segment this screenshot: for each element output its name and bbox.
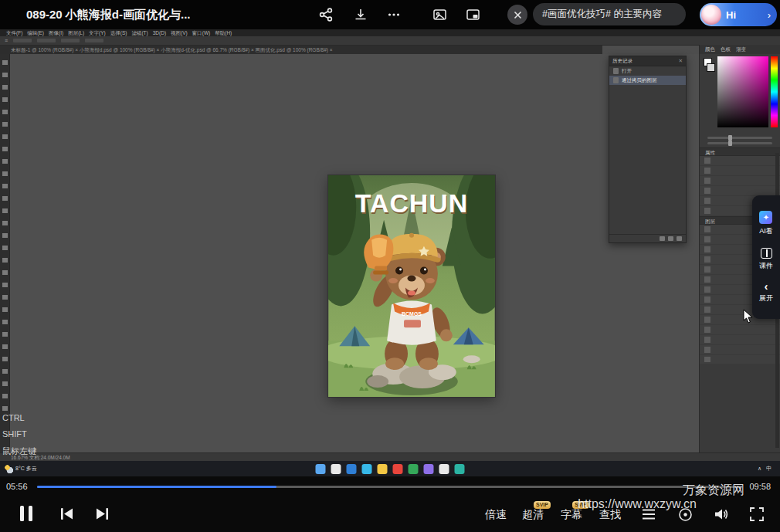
ps-menu-item[interactable]: 滤镜(T) xyxy=(131,29,148,36)
key-label: 鼠标左键 xyxy=(2,446,36,457)
hue-slider[interactable] xyxy=(771,56,778,127)
panel-close-icon[interactable]: ✕ xyxy=(679,58,683,64)
taskbar-app-icon[interactable] xyxy=(331,464,341,474)
ps-toolbar[interactable] xyxy=(0,54,10,452)
progress-fill xyxy=(37,486,276,488)
key-label: SHIFT xyxy=(2,429,36,439)
quality-button[interactable]: 超清 SVIP xyxy=(522,508,544,522)
history-panel-header: 历史记录 ✕ xyxy=(609,56,686,66)
taskbar-app-icon[interactable] xyxy=(316,464,326,474)
volume-icon[interactable] xyxy=(714,507,729,522)
saturation-brightness-field[interactable] xyxy=(717,56,768,127)
ps-menu-item[interactable]: 编辑(E) xyxy=(27,29,44,36)
svip-badge: SVIP xyxy=(572,501,589,509)
taskbar-app-icon[interactable] xyxy=(393,464,403,474)
weather-text: 8°C 多云 xyxy=(15,465,37,473)
weather-widget[interactable]: 8°C 多云 xyxy=(0,465,37,473)
tool-option-control[interactable] xyxy=(61,39,80,42)
progress-bar[interactable] xyxy=(37,486,741,488)
expand-label: 展开 xyxy=(759,293,773,303)
quality-label: 超清 xyxy=(522,508,544,520)
taskbar-app-icon[interactable] xyxy=(439,464,449,474)
previous-button[interactable] xyxy=(60,507,74,524)
taskbar-tray[interactable]: ∧ 中 xyxy=(758,465,780,473)
avatar xyxy=(701,5,721,25)
background-color-swatch[interactable] xyxy=(707,63,715,72)
properties-panel-header[interactable]: 属性 xyxy=(700,147,780,156)
video-frame[interactable]: 文件(F)编辑(E)图像(I)图层(L)文字(Y)选择(S)滤镜(T)3D(D)… xyxy=(0,29,780,476)
scarf-text: BCMGS xyxy=(402,311,422,317)
search-pill[interactable]: #画面优化技巧# 的主要内容 xyxy=(533,3,686,25)
subtitles-button[interactable]: 字幕 SVIP xyxy=(561,508,582,522)
ai-watch-label: AI看 xyxy=(759,226,773,236)
tool-option-control[interactable] xyxy=(13,39,32,42)
ai-watch-button[interactable]: ✦ AI看 xyxy=(759,211,773,236)
more-icon[interactable] xyxy=(385,5,403,24)
ps-tool-icons[interactable] xyxy=(2,60,8,418)
ps-options-bar: ≡ xyxy=(0,36,780,46)
ps-menu-item[interactable]: 图层(L) xyxy=(68,29,84,36)
pause-button[interactable] xyxy=(20,506,34,521)
book-icon xyxy=(761,248,772,259)
history-panel-footer xyxy=(609,234,686,242)
download-icon[interactable] xyxy=(351,5,370,24)
find-button[interactable]: 查找 xyxy=(599,508,621,522)
app-window: 089-20 小熊海报d-画面优化与... xyxy=(0,0,780,532)
history-panel-title: 历史记录 xyxy=(612,58,632,65)
camera-icon[interactable] xyxy=(660,236,665,241)
pause-bar xyxy=(29,506,32,521)
ps-menu-item[interactable]: 文件(F) xyxy=(6,29,22,36)
taskbar-app-icon[interactable] xyxy=(409,464,419,474)
taskbar-app-icon[interactable] xyxy=(455,464,465,474)
new-state-icon[interactable] xyxy=(668,236,673,241)
history-state-icon xyxy=(613,68,619,74)
chevron-left-icon: ‹ xyxy=(765,282,768,291)
fullscreen-icon[interactable] xyxy=(749,507,765,522)
taskbar-app-icon[interactable] xyxy=(424,464,434,474)
history-row[interactable]: 打开 xyxy=(609,66,686,76)
tool-option-control[interactable] xyxy=(37,39,56,42)
player-topbar: 089-20 小熊海报d-画面优化与... xyxy=(0,0,780,29)
panel-sliders xyxy=(700,130,780,147)
color-panel-tab[interactable]: 颜色 xyxy=(705,45,715,54)
trash-icon[interactable] xyxy=(677,236,682,241)
close-icon[interactable] xyxy=(507,5,527,25)
chevron-right-icon: › xyxy=(768,9,771,21)
history-state-icon xyxy=(613,77,619,83)
mini-player-icon[interactable] xyxy=(463,5,482,24)
taskbar-app-icon[interactable] xyxy=(362,464,372,474)
next-button[interactable] xyxy=(95,507,109,524)
color-panel-tab[interactable]: 色板 xyxy=(721,45,731,54)
pause-bar xyxy=(20,506,24,521)
ps-menu-item[interactable]: 窗口(W) xyxy=(192,29,210,36)
screenshot-icon[interactable] xyxy=(430,5,449,24)
expand-button[interactable]: ‹ 展开 xyxy=(759,282,773,303)
record-icon[interactable] xyxy=(677,507,693,522)
hi-label: Hi xyxy=(726,9,736,21)
ps-menu-item[interactable]: 3D(D) xyxy=(153,29,166,36)
panel-menu-icon[interactable]: ≡ xyxy=(5,36,8,46)
playlist-icon[interactable] xyxy=(641,507,656,522)
taskbar-app-icon[interactable] xyxy=(378,464,388,474)
color-panel-tab[interactable]: 渐变 xyxy=(736,45,746,54)
taskbar-app-icon[interactable] xyxy=(347,464,357,474)
tool-option-control[interactable] xyxy=(85,39,103,42)
history-row-label: 通过拷贝的图层 xyxy=(622,77,657,84)
courseware-button[interactable]: 课件 xyxy=(759,248,773,271)
speed-button[interactable]: 倍速 xyxy=(485,508,507,522)
account-pill[interactable]: Hi › xyxy=(700,3,777,26)
ps-menu-bar: 文件(F)编辑(E)图像(I)图层(L)文字(Y)选择(S)滤镜(T)3D(D)… xyxy=(0,29,780,36)
history-row-selected[interactable]: 通过拷贝的图层 xyxy=(609,76,686,85)
ai-sparkle-icon: ✦ xyxy=(759,211,772,224)
ps-menu-item[interactable]: 图像(I) xyxy=(49,29,63,36)
ps-menu-item[interactable]: 文字(Y) xyxy=(89,29,106,36)
slider-control[interactable] xyxy=(707,142,772,144)
ps-menu-item[interactable]: 帮助(H) xyxy=(215,29,232,36)
ps-menu-item[interactable]: 视图(V) xyxy=(171,29,188,36)
slider-control[interactable] xyxy=(707,137,772,139)
ps-document-tabs[interactable]: 未标题-1 @ 100% (RGB/8#) × 小熊海报d.psd @ 100%… xyxy=(0,46,602,54)
ps-menu-item[interactable]: 选择(S) xyxy=(110,29,127,36)
color-picker-panel xyxy=(703,56,777,130)
share-icon[interactable] xyxy=(317,5,335,24)
poster-title: TACHUN xyxy=(355,188,468,218)
